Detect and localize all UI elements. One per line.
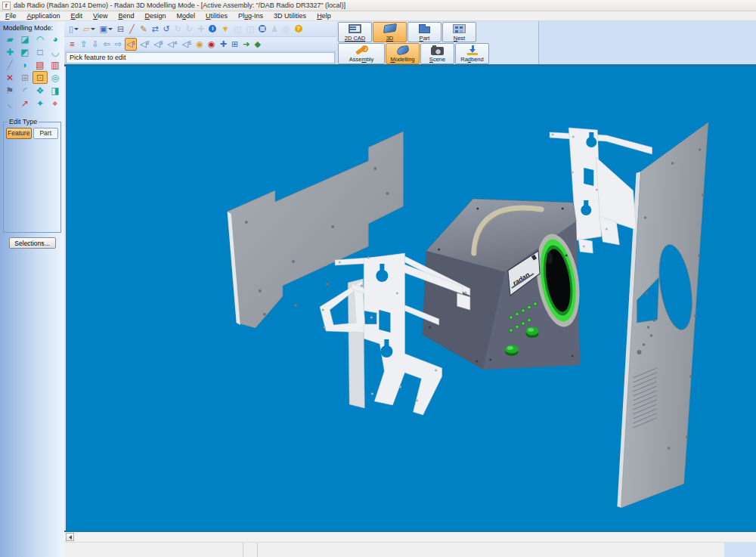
menu-model[interactable]: Model	[172, 12, 201, 20]
status-cell	[243, 543, 258, 557]
mode-2d-cad[interactable]: 2D CAD	[338, 22, 372, 42]
filter-button[interactable]: ▼	[219, 23, 231, 36]
view-4-icon: ◁⁴	[167, 40, 177, 48]
channel-tool[interactable]: ◟	[2, 97, 17, 110]
edit-type-part[interactable]: Part	[33, 128, 59, 139]
sweep-tool[interactable]: ◠	[33, 32, 48, 45]
move-up-button[interactable]: ⇧	[79, 38, 88, 51]
flat-tool[interactable]: ▰	[2, 32, 17, 45]
menu-plug-ins[interactable]: Plug-Ins	[233, 12, 268, 20]
menu-view[interactable]: View	[88, 12, 113, 20]
view-2-icon: ◁²	[140, 40, 149, 48]
fold-tool[interactable]: ◪	[17, 32, 33, 45]
help-button[interactable]: ?	[293, 23, 304, 36]
move-button: ✚	[196, 23, 206, 36]
view-4-button[interactable]: ◁⁴	[166, 38, 178, 51]
info-button[interactable]: i	[207, 23, 218, 36]
dropdown-caret[interactable]	[108, 28, 113, 30]
pan-zoom-button[interactable]: ✚	[218, 38, 228, 51]
part-left-frame[interactable]	[320, 279, 365, 408]
menu-utilities[interactable]: Utilities	[200, 12, 233, 20]
toolbar-row-2: ≡⇧⇩⇦⇨◁¹◁²◁³◁⁴◁⁵◉◉✚⊞➔◆	[64, 37, 336, 51]
replace-button[interactable]: ⇄	[150, 23, 160, 36]
form-tool[interactable]: ◕	[48, 32, 63, 45]
highlight-tool[interactable]: ✦	[33, 97, 48, 110]
mode-assembly[interactable]: Assembly	[338, 43, 385, 64]
mode-radbend-label: Radbend	[460, 56, 483, 63]
operator-button: ♟	[269, 23, 280, 36]
menu-3d-utilities[interactable]: 3D Utilities	[268, 12, 311, 20]
new-file-button[interactable]: ▯	[67, 23, 80, 36]
move-right-button[interactable]: ⇨	[113, 38, 123, 51]
save-file-icon: ▣	[100, 25, 107, 33]
raise-tool[interactable]: ↗	[17, 97, 33, 110]
print-button[interactable]: ⊟	[116, 23, 125, 36]
unfold-tool[interactable]: ✚	[2, 45, 17, 58]
edit-sketch-icon: ✎	[140, 25, 147, 33]
mode-scene[interactable]: Scene	[420, 43, 454, 64]
curve-tool[interactable]: ◡	[48, 45, 63, 58]
move-left-button[interactable]: ⇦	[101, 38, 111, 51]
toolbar-row-1: ▯▱▣⊟╱✎⇄↺↻↻✚i▼◫◫▦♟◎?	[64, 21, 336, 37]
radio-knob-1[interactable]	[525, 327, 538, 339]
view-2-button[interactable]: ◁²	[138, 38, 150, 51]
3d-viewport[interactable]: radan	[64, 67, 756, 531]
menu-edit[interactable]: Edit	[66, 12, 88, 20]
view-1-button[interactable]: ◁¹	[125, 38, 137, 51]
record-view-button[interactable]: ◉	[206, 38, 217, 51]
edit-sketch-button[interactable]: ✎	[138, 23, 148, 36]
mirror-tool[interactable]: ◨	[48, 84, 63, 97]
corner-tool[interactable]: ◜	[17, 84, 33, 97]
mode-part[interactable]: Part	[407, 22, 442, 42]
flag-tool[interactable]: ⚑	[2, 84, 17, 97]
feature-tool[interactable]: ❖	[33, 84, 48, 97]
line-tool[interactable]: ╱	[2, 58, 17, 71]
mode-nest[interactable]: Nest	[442, 22, 476, 42]
menu-design[interactable]: Design	[140, 12, 172, 20]
spreadsheet-button[interactable]: ▦	[257, 23, 268, 36]
print-icon: ⊟	[117, 25, 124, 33]
view-3-icon: ◁³	[153, 40, 163, 48]
delete-tool[interactable]: ✕	[2, 71, 17, 84]
view-5-icon: ◁⁵	[181, 40, 191, 48]
move-down-button[interactable]: ⇩	[90, 38, 100, 51]
draw-line-button[interactable]: ╱	[127, 23, 137, 36]
open-file-button[interactable]: ▱	[82, 23, 96, 36]
dropdown-caret[interactable]	[74, 28, 79, 30]
export-part-tool[interactable]: ▥	[48, 58, 63, 71]
verify-button[interactable]: ◆	[253, 38, 262, 51]
import-part-tool[interactable]: ▤	[33, 58, 48, 71]
menu-file[interactable]: File	[0, 12, 22, 20]
part-right-panel[interactable]	[617, 122, 708, 508]
shade-sphere-button[interactable]: ◉	[194, 38, 205, 51]
redo-icon: ↻	[175, 25, 181, 33]
duplicate-tool[interactable]: ⊞	[17, 71, 33, 84]
selections-button[interactable]: Selections...	[9, 237, 56, 249]
save-file-button[interactable]: ▣	[98, 23, 114, 36]
undo-button[interactable]: ↺	[162, 23, 172, 36]
resize-grip[interactable]	[724, 543, 756, 557]
mode-row: 2D CAD3DPartNest	[336, 21, 538, 42]
view-5-button[interactable]: ◁⁵	[180, 38, 193, 51]
edit-type-feature[interactable]: Feature	[6, 128, 32, 139]
radio-knob-2[interactable]	[505, 345, 518, 357]
menu-application[interactable]: Application	[22, 12, 66, 20]
mode-radbend[interactable]: Radbend	[455, 43, 489, 64]
menu-bend[interactable]: Bend	[113, 12, 139, 20]
mode-modelling[interactable]: Modelling	[386, 43, 420, 64]
copy-model-button[interactable]: ⊞	[230, 38, 240, 51]
export-report-button[interactable]: ➔	[241, 38, 251, 51]
view-3-button[interactable]: ◁³	[152, 38, 164, 51]
face-tool[interactable]: ◩	[17, 45, 33, 58]
cylinder-tool[interactable]: ◗	[17, 58, 33, 71]
mode-3d[interactable]: 3D	[373, 22, 407, 42]
scroll-left-button[interactable]	[66, 533, 74, 541]
menu-help[interactable]: Help	[311, 12, 336, 20]
probe-tool[interactable]: ⌖	[48, 97, 63, 110]
edit-form-tool[interactable]: ⊡	[33, 71, 48, 84]
mode-row: AssemblyModellingSceneRadbend	[336, 42, 538, 64]
box-tool[interactable]: □	[33, 45, 48, 58]
dropdown-caret[interactable]	[91, 28, 95, 30]
inspect-tool[interactable]: ◎	[48, 71, 63, 84]
sheet-stack-button[interactable]: ≡	[67, 38, 77, 51]
